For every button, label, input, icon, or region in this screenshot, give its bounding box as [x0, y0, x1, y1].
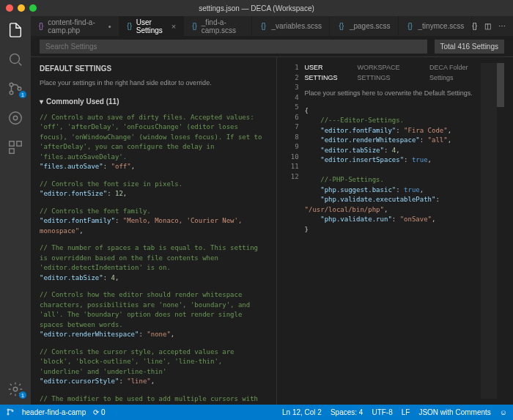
- file-icon: {}: [259, 22, 268, 31]
- file-icon: {}: [337, 22, 346, 31]
- tab-label: _find-a-camp.scss: [202, 18, 244, 34]
- editor-tab[interactable]: {}_tinymce.scss: [399, 16, 473, 37]
- file-icon: {}: [406, 22, 415, 31]
- editor-tab[interactable]: {}_find-a-camp.scss: [184, 16, 251, 37]
- svg-point-0: [10, 54, 20, 64]
- svg-point-12: [12, 410, 13, 411]
- code-line[interactable]: //-PHP-Settings.: [305, 175, 481, 185]
- tab-close-icon[interactable]: ×: [171, 22, 176, 31]
- encoding[interactable]: UTF-8: [372, 408, 392, 416]
- git-branch[interactable]: header-find-a-camp: [22, 408, 86, 416]
- svg-point-4: [13, 116, 18, 120]
- window-controls: [6, 4, 37, 12]
- settings-search-bar: Total 416 Settings: [31, 37, 513, 57]
- chevron-down-icon: ▾: [40, 96, 43, 107]
- open-settings-json-icon[interactable]: {}: [472, 22, 477, 30]
- svg-rect-7: [17, 141, 21, 146]
- code-line[interactable]: {: [305, 106, 481, 117]
- tab-label: User Settings: [136, 18, 166, 34]
- code-line[interactable]: "php.validate.run": "onSave",: [305, 215, 481, 225]
- close-window-button[interactable]: [6, 4, 13, 12]
- scope-tab[interactable]: USER SETTINGS: [305, 63, 347, 83]
- default-settings-header: DEFAULT SETTINGS: [40, 63, 267, 74]
- setting-entry[interactable]: // Controls the cursor style, accepted v…: [40, 347, 267, 387]
- scrollbar[interactable]: [497, 63, 504, 399]
- editor-tab[interactable]: {}User Settings×: [119, 16, 185, 37]
- settings-total: Total 416 Settings: [435, 40, 505, 54]
- svg-rect-6: [10, 141, 14, 146]
- code-line[interactable]: "php.suggest.basic": true,: [305, 185, 481, 196]
- minimize-window-button[interactable]: [18, 4, 25, 12]
- code-line[interactable]: "editor.tabSize": 4,: [305, 146, 481, 156]
- tab-label: content-find-a-camp.php: [48, 18, 103, 34]
- user-settings-pane[interactable]: 123456789101112 USER SETTINGSWORKSPACE S…: [277, 57, 513, 405]
- file-icon: {}: [38, 22, 44, 31]
- user-settings-hint: Place your settings here to overwrite th…: [305, 89, 481, 99]
- file-icon: {}: [191, 22, 198, 31]
- eol[interactable]: LF: [402, 408, 410, 416]
- debug-icon[interactable]: [7, 110, 23, 126]
- setting-entry[interactable]: // The modifier to be used to add multip…: [40, 394, 267, 405]
- scope-tab[interactable]: WORKSPACE SETTINGS: [358, 63, 419, 83]
- editor-tab[interactable]: {}content-find-a-camp.php•: [31, 16, 119, 37]
- indentation[interactable]: Spaces: 4: [331, 408, 363, 416]
- svg-point-5: [10, 112, 22, 125]
- tab-bar: {}content-find-a-camp.php•{}User Setting…: [31, 16, 513, 37]
- svg-point-10: [7, 409, 9, 410]
- git-sync-icon[interactable]: ⟳ 0: [93, 408, 105, 416]
- search-icon[interactable]: [7, 51, 23, 67]
- code-line[interactable]: [305, 166, 481, 176]
- setting-entry[interactable]: // Controls auto save of dirty files. Ac…: [40, 113, 267, 172]
- code-line[interactable]: "php.validate.executablePath": "/usr/loc…: [305, 195, 481, 215]
- commonly-used-section[interactable]: ▾Commonly Used (11): [40, 96, 267, 107]
- titlebar: settings.json — DECA (Workspace): [0, 0, 513, 16]
- activity-bar: [0, 16, 31, 405]
- setting-entry[interactable]: // Controls the font size in pixels. "ed…: [40, 180, 267, 199]
- code-line[interactable]: //---Editor-Settings.: [305, 116, 481, 126]
- default-settings-hint: Place your settings in the right hand si…: [40, 78, 267, 89]
- feedback-icon[interactable]: ☺: [500, 408, 507, 416]
- svg-point-11: [7, 413, 9, 415]
- language-mode[interactable]: JSON with Comments: [418, 408, 490, 416]
- svg-point-2: [10, 91, 13, 95]
- setting-entry[interactable]: // Controls the font family. "editor.fon…: [40, 207, 267, 237]
- settings-gear-icon[interactable]: [7, 381, 23, 397]
- code-line[interactable]: "editor.insertSpaces": true,: [305, 155, 481, 166]
- cursor-position[interactable]: Ln 12, Col 2: [282, 408, 322, 416]
- split-editor-icon[interactable]: ◫: [484, 22, 491, 30]
- search-input[interactable]: [40, 40, 427, 54]
- tab-label: _variables.scss: [272, 22, 322, 30]
- tab-label: _pages.scss: [350, 22, 391, 30]
- code-line[interactable]: }: [305, 225, 481, 235]
- scope-tab[interactable]: DECA Folder Settings: [429, 63, 481, 83]
- file-icon: {}: [127, 22, 133, 31]
- svg-rect-8: [10, 149, 14, 153]
- setting-entry[interactable]: // The number of spaces a tab is equal t…: [40, 243, 267, 283]
- editor-tab[interactable]: {}_variables.scss: [252, 16, 330, 37]
- setting-entry[interactable]: // Controls how the editor should render…: [40, 290, 267, 340]
- tab-label: _tinymce.scss: [418, 22, 465, 30]
- code-line[interactable]: "editor.fontFamily": "Fira Code",: [305, 126, 481, 136]
- settings-scope-tabs: USER SETTINGSWORKSPACE SETTINGSDECA Fold…: [305, 63, 481, 83]
- more-actions-icon[interactable]: ⋯: [498, 22, 506, 30]
- editor-tab[interactable]: {}_pages.scss: [330, 16, 399, 37]
- line-gutter: 123456789101112: [286, 63, 305, 399]
- explorer-icon[interactable]: [7, 22, 23, 38]
- minimap[interactable]: [481, 63, 497, 399]
- svg-point-9: [13, 387, 18, 391]
- maximize-window-button[interactable]: [29, 4, 37, 12]
- window-title: settings.json — DECA (Workspace): [199, 4, 314, 12]
- extensions-icon[interactable]: [7, 139, 23, 155]
- default-settings-pane[interactable]: DEFAULT SETTINGS Place your settings in …: [31, 57, 277, 405]
- svg-point-3: [18, 87, 21, 91]
- status-bar: header-find-a-camp ⟳ 0 Ln 12, Col 2 Spac…: [0, 405, 513, 420]
- git-branch-icon[interactable]: [6, 408, 15, 418]
- svg-point-1: [10, 83, 13, 86]
- code-line[interactable]: "editor.renderWhitespace": "all",: [305, 136, 481, 146]
- source-control-icon[interactable]: [7, 81, 23, 97]
- tab-close-icon[interactable]: •: [108, 22, 111, 31]
